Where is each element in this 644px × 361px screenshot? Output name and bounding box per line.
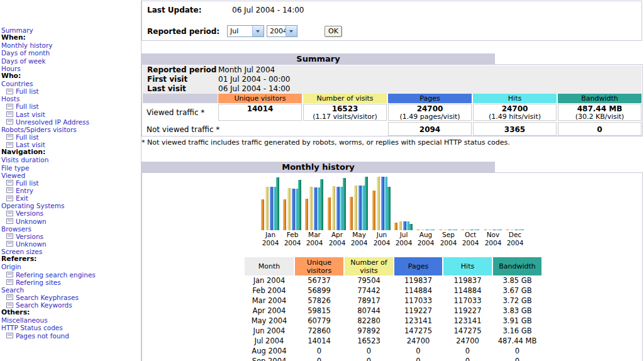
reported-period-label: Reported period: — [147, 27, 219, 36]
monthly-history-title: Monthly history — [142, 162, 495, 172]
sidebar-item-countries[interactable]: Countries — [1, 80, 140, 87]
column-header-pages: Pages — [388, 94, 472, 103]
sidebar-item-full-list[interactable]: Full list — [1, 133, 140, 141]
sub-page-icon — [6, 134, 13, 140]
table-cell: Jun 2004 — [245, 326, 294, 336]
table-cell: 114884 — [443, 286, 492, 296]
table-cell: 0 — [394, 356, 442, 361]
year-select[interactable]: 2004 — [267, 25, 297, 37]
sidebar-item-file-type[interactable]: File type — [1, 164, 140, 172]
sidebar-item-miscellaneous[interactable]: Miscellaneous — [1, 316, 140, 324]
sidebar-item-unknown[interactable]: Unknown — [1, 218, 140, 225]
sub-page-icon — [6, 111, 13, 117]
sidebar-item-hosts[interactable]: Hosts — [1, 95, 140, 103]
table-cell: 0 — [493, 356, 541, 361]
chart-bar-bandwidth-gb-aug-2004 — [431, 230, 435, 230]
sidebar-item-versions[interactable]: Versions — [1, 233, 140, 240]
sub-page-icon — [6, 279, 13, 285]
chart-bar-number-of-visits-oct-2004 — [465, 230, 469, 230]
table-cell: 487.44 MB — [493, 336, 541, 346]
table-cell: 72860 — [295, 326, 343, 336]
summary-table: Reported period Month Jul 2004 First vis… — [142, 64, 643, 136]
column-header-bandwidth: Bandwidth — [558, 94, 641, 103]
chart-bar-unique-visitors-nov-2004 — [484, 230, 487, 230]
month-select[interactable]: Jul — [227, 25, 264, 37]
sidebar-item-days-of-week[interactable]: Days of week — [1, 57, 140, 65]
viewed-cell: 16523(1.17 visits/visitor) — [303, 104, 387, 121]
viewed-traffic-label: Viewed traffic * — [147, 108, 204, 117]
summary-info-row: First visit 01 Jul 2004 - 00:00 — [143, 75, 641, 84]
monthly-column-header-bandwidth: Bandwidth — [493, 257, 541, 275]
ok-button[interactable]: OK — [325, 26, 342, 37]
not-viewed-cell: 3365 — [473, 122, 557, 136]
chart-bar-number-of-visits-jul-2004 — [399, 221, 402, 230]
table-cell: 24700 — [443, 336, 492, 346]
table-cell: 3.83 GB — [493, 306, 541, 316]
table-cell: May 2004 — [245, 316, 294, 326]
not-viewed-cell: 0 — [558, 122, 641, 136]
sidebar-item-monthly-history[interactable]: Monthly history — [1, 42, 140, 49]
month-label: Apr2004 — [326, 231, 348, 247]
chevron-down-icon[interactable] — [286, 26, 297, 36]
sidebar-item-hours[interactable]: Hours — [1, 65, 140, 72]
table-cell: 119837 — [443, 275, 492, 286]
monthly-column-header-pages: Pages — [394, 257, 442, 275]
sidebar-item-entry[interactable]: Entry — [1, 187, 140, 194]
sidebar-item-http-status-codes[interactable]: HTTP Status codes — [1, 324, 140, 331]
sub-page-icon — [6, 218, 13, 224]
sidebar-item-full-list[interactable]: Full list — [1, 87, 140, 95]
sidebar-item-versions[interactable]: Versions — [1, 209, 140, 217]
table-cell: 114884 — [394, 286, 442, 296]
sidebar-item-search[interactable]: Search — [1, 286, 140, 294]
table-cell: 3.67 GB — [493, 286, 541, 296]
sidebar-item-visits-duration[interactable]: Visits duration — [1, 156, 140, 164]
viewed-cell: 14014 — [218, 104, 302, 121]
monthly-column-header-month: Month — [245, 257, 294, 275]
not-viewed-cell: 2094 — [388, 122, 472, 136]
sidebar-item-full-list[interactable]: Full list — [1, 103, 140, 110]
chart-bar-bandwidth-gb-dec-2004 — [521, 230, 524, 230]
table-cell: 78917 — [345, 296, 393, 306]
info-value: 01 Jul 2004 - 00:00 — [218, 75, 290, 84]
table-cell: 77442 — [345, 286, 393, 296]
chart-bar-bandwidth-gb-sep-2004 — [454, 230, 457, 230]
chart-bar-bandwidth-gb-mar-2004 — [320, 179, 323, 230]
sidebar-item-full-list[interactable]: Full list — [1, 179, 140, 187]
month-label: Mar2004 — [303, 231, 326, 247]
sidebar-item-robots-spiders-visitors[interactable]: Robots/Spiders visitors — [1, 126, 140, 133]
column-header-number-of-visits: Number of visits — [303, 94, 387, 103]
sidebar-item-unresolved-ip-address[interactable]: Unresolved IP Address — [1, 118, 140, 126]
sidebar-item-unknown[interactable]: Unknown — [1, 240, 140, 248]
sidebar-item-operating-systems[interactable]: Operating Systems — [1, 202, 140, 209]
sidebar-item-search-keyphrases[interactable]: Search Keyphrases — [1, 294, 140, 301]
summary-info-row: Reported period Month Jul 2004 — [143, 65, 641, 75]
sidebar-item-viewed[interactable]: Viewed — [1, 172, 140, 179]
chart-bar-unique-visitors-jan-2004 — [261, 199, 264, 230]
info-label: Last visit — [147, 84, 186, 94]
table-cell: 0 — [443, 346, 492, 356]
table-cell: 80744 — [345, 306, 393, 316]
sidebar-item-refering-sites[interactable]: Refering sites — [1, 279, 140, 286]
not-viewed-traffic-label: Not viewed traffic * — [147, 125, 219, 134]
monthly-history-table: MonthUnique visitorsNumber of visitsPage… — [245, 257, 541, 361]
sidebar-item-pages-not-found[interactable]: Pages not found — [1, 332, 140, 340]
table-cell: Feb 2004 — [245, 286, 294, 296]
summary-title: Summary — [142, 53, 495, 64]
table-row: Jul 200414014165232470024700487.44 MB — [245, 336, 541, 346]
month-label: Jun2004 — [370, 231, 393, 247]
table-cell: 147275 — [394, 326, 442, 336]
sidebar-item-exit[interactable]: Exit — [1, 194, 140, 202]
summary-info-row: Last visit 06 Jul 2004 - 14:00 — [143, 84, 641, 94]
sidebar-item-refering-search-engines[interactable]: Refering search engines — [1, 271, 140, 279]
chevron-down-icon[interactable] — [252, 26, 264, 36]
sidebar-item-origin[interactable]: Origin — [1, 263, 140, 270]
sidebar-item-last-visit[interactable]: Last visit — [1, 111, 140, 118]
sub-page-icon — [6, 233, 13, 239]
sidebar-item-browsers[interactable]: Browsers — [1, 225, 140, 233]
table-cell: 0 — [295, 346, 343, 356]
chart-bar-bandwidth-gb-oct-2004 — [476, 230, 479, 230]
sidebar-item-others: Others: — [1, 309, 140, 316]
sidebar-item-days-of-month[interactable]: Days of month — [1, 49, 140, 57]
chart-bar-number-of-visits-may-2004 — [354, 186, 357, 230]
chart-bar-number-of-visits-apr-2004 — [332, 186, 335, 230]
